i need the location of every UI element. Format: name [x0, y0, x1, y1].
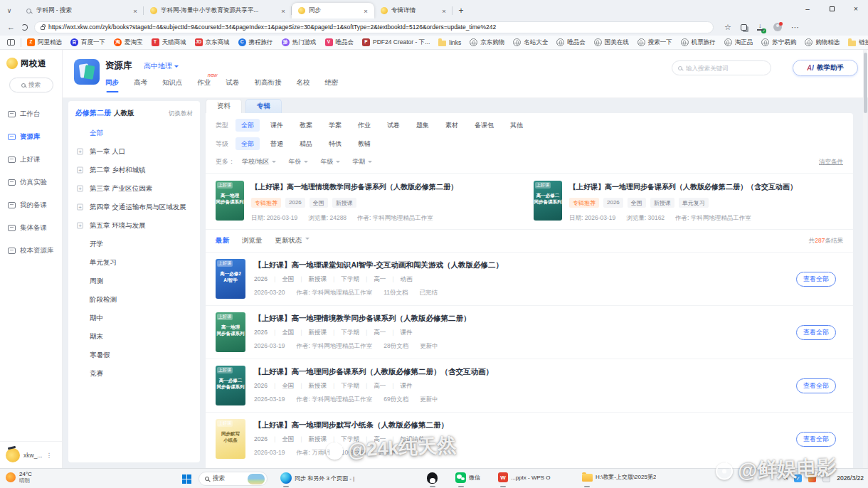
- content-tab[interactable]: 资料: [206, 99, 242, 113]
- album-title-link[interactable]: 【上好课】高一地理同步默写小纸条（人教版必修第二册）: [254, 420, 788, 430]
- taskbar-date[interactable]: 2026/3/22: [837, 474, 864, 482]
- filter-dropdown[interactable]: 学校/地区: [242, 157, 276, 166]
- header-nav-item[interactable]: 知识点: [162, 78, 183, 92]
- chapter-item[interactable]: 阶段检测: [68, 290, 200, 309]
- tab-close-icon[interactable]: [131, 7, 139, 15]
- sidebar-search-button[interactable]: 搜索: [9, 78, 53, 92]
- browser-profile-avatar[interactable]: [773, 23, 782, 31]
- chapter-item[interactable]: 单元复习: [68, 253, 200, 272]
- sidebar-item[interactable]: 校本资源库: [0, 239, 62, 262]
- collections-icon[interactable]: [741, 24, 747, 31]
- bookmark-item[interactable]: T 天猫商城: [152, 38, 186, 47]
- search-input[interactable]: [686, 65, 765, 72]
- view-all-button[interactable]: 查看全部: [796, 432, 836, 447]
- expand-icon[interactable]: [77, 204, 83, 211]
- bookmark-item[interactable]: 唯品会: [556, 38, 586, 47]
- sort-option[interactable]: 更新状态: [275, 236, 309, 245]
- album-title-link[interactable]: 【上好课】高一地理同步备课系列（人教版必修第二册）（含交互动画）: [254, 367, 788, 377]
- header-nav-item[interactable]: 同步: [105, 78, 119, 92]
- bookmark-item[interactable]: 苏宁易购: [761, 38, 796, 47]
- new-tab-button[interactable]: [452, 3, 470, 18]
- browser-tab[interactable]: 同步: [292, 3, 374, 18]
- browser-tab[interactable]: 学科网 - 搜索: [18, 3, 144, 18]
- filter-option[interactable]: 课件: [265, 119, 289, 132]
- url-field[interactable]: https://wxt.xkw.com/zyk/books?stageId=4&…: [34, 21, 714, 33]
- filter-option[interactable]: 精品: [294, 137, 318, 150]
- filter-option[interactable]: 教案: [294, 119, 318, 132]
- filter-option[interactable]: 试卷: [381, 119, 406, 132]
- expand-icon[interactable]: [77, 167, 83, 174]
- header-nav-item[interactable]: 初高衔接: [255, 78, 282, 92]
- bookmark-item[interactable]: 国美在线: [594, 38, 629, 47]
- filter-option[interactable]: 全部: [235, 137, 260, 150]
- filter-option[interactable]: 素材: [440, 119, 464, 132]
- chapter-item[interactable]: 期中: [68, 309, 200, 327]
- bookmark-item[interactable]: 购物精选: [805, 38, 840, 47]
- taskbar-weather-widget[interactable]: 24°C 晴朗: [6, 471, 32, 484]
- filter-option[interactable]: 学案: [323, 119, 347, 132]
- expand-icon[interactable]: [77, 149, 83, 155]
- tab-close-icon[interactable]: [440, 7, 448, 15]
- bookmark-item[interactable]: 淘正品: [724, 38, 753, 47]
- chapter-item[interactable]: 期末: [68, 327, 200, 346]
- header-nav-item[interactable]: 试卷: [226, 78, 240, 92]
- scrollbar-thumb[interactable]: [864, 53, 867, 113]
- sort-option[interactable]: 最新: [216, 236, 229, 245]
- bookmark-item[interactable]: C 携程旅行: [238, 38, 273, 47]
- bookmark-item[interactable]: JD 京东商城: [195, 38, 230, 47]
- expand-icon[interactable]: [77, 223, 83, 229]
- chapter-item[interactable]: 第五章 环境与发展: [68, 216, 200, 235]
- taskbar-wps-app[interactable]: ...pptx - WPS O: [498, 472, 551, 482]
- sidebar-item[interactable]: 资源库: [0, 125, 62, 148]
- bookmark-item[interactable]: 淘 爱淘宝: [114, 38, 143, 47]
- taskbar-search[interactable]: 搜索: [199, 472, 268, 486]
- page-scrollbar[interactable]: [863, 50, 867, 468]
- bookmark-item[interactable]: Z 阿里精选: [27, 38, 62, 47]
- window-close-button[interactable]: [844, 0, 868, 17]
- window-maximize-button[interactable]: [820, 0, 844, 17]
- filter-option[interactable]: 其他: [504, 119, 529, 132]
- switch-textbook-link[interactable]: 切换教材: [169, 110, 193, 118]
- filter-option[interactable]: 普通: [265, 137, 289, 150]
- bookmark-item[interactable]: 百 百度一下: [70, 38, 105, 47]
- taskbar-qq-app[interactable]: [427, 472, 438, 484]
- favorite-star-icon[interactable]: [724, 23, 731, 32]
- filter-option[interactable]: 题集: [411, 119, 435, 132]
- bookmark-item[interactable]: 机票旅行: [681, 38, 716, 47]
- header-nav-item[interactable]: 名校: [297, 78, 310, 92]
- sidebar-item[interactable]: 仿真实验: [0, 171, 62, 193]
- clear-filters-link[interactable]: 清空条件: [819, 158, 843, 166]
- bookmark-item[interactable]: V 唯品会: [325, 38, 354, 47]
- filter-option[interactable]: 作业: [352, 119, 376, 132]
- header-nav-item[interactable]: 高考: [134, 78, 147, 92]
- user-account[interactable]: xkw_...: [0, 441, 62, 462]
- bookmark-item[interactable]: 搜索一下: [637, 38, 672, 47]
- chapter-item[interactable]: 第二章 乡村和城镇: [68, 161, 200, 179]
- filter-option[interactable]: 特供: [323, 137, 347, 150]
- taskbar-folder-app[interactable]: H:\教案-上交版\2025第2: [582, 472, 656, 482]
- header-nav-item[interactable]: 绝密: [325, 78, 339, 92]
- sidebar-item[interactable]: 集体备课: [0, 216, 62, 239]
- ai-assistant-button[interactable]: AI 教学助手: [793, 60, 858, 76]
- view-all-button[interactable]: 查看全部: [796, 272, 836, 287]
- sidebar-toggle-icon[interactable]: [7, 39, 15, 46]
- chapter-item[interactable]: 第一章 人口: [68, 142, 200, 161]
- view-all-button[interactable]: 查看全部: [796, 325, 836, 340]
- chapter-item[interactable]: 全部: [68, 124, 200, 142]
- view-all-button[interactable]: 查看全部: [796, 378, 836, 393]
- windows-start-button[interactable]: [182, 474, 191, 484]
- user-more-icon[interactable]: [46, 452, 52, 459]
- tab-close-icon[interactable]: [361, 7, 370, 15]
- sort-option[interactable]: 浏览量: [242, 236, 263, 245]
- filter-dropdown[interactable]: 年级: [321, 157, 340, 166]
- chapter-item[interactable]: 寒暑假: [68, 346, 200, 364]
- window-minimize-button[interactable]: [795, 0, 820, 17]
- featured-album-card[interactable]: 上好课 高一地理 同步备课系列 【上好课】高一地理情境教学同步备课系列（人教版必…: [216, 181, 525, 223]
- sidebar-item[interactable]: 上好课: [0, 148, 62, 171]
- filter-option[interactable]: 教辅: [352, 137, 376, 150]
- browser-tab[interactable]: 学科网-海量中小学教育资源共享平...: [144, 3, 292, 18]
- refresh-icon[interactable]: [21, 24, 28, 31]
- album-title-link[interactable]: 【上好课】高一地理课堂知识AI智学-交互动画和闯关游戏（人教版必修二）: [254, 260, 788, 270]
- chapter-item[interactable]: 第四章 交通运输布局与区域发展: [68, 198, 200, 216]
- bookmark-item[interactable]: 游 热门游戏: [282, 38, 317, 47]
